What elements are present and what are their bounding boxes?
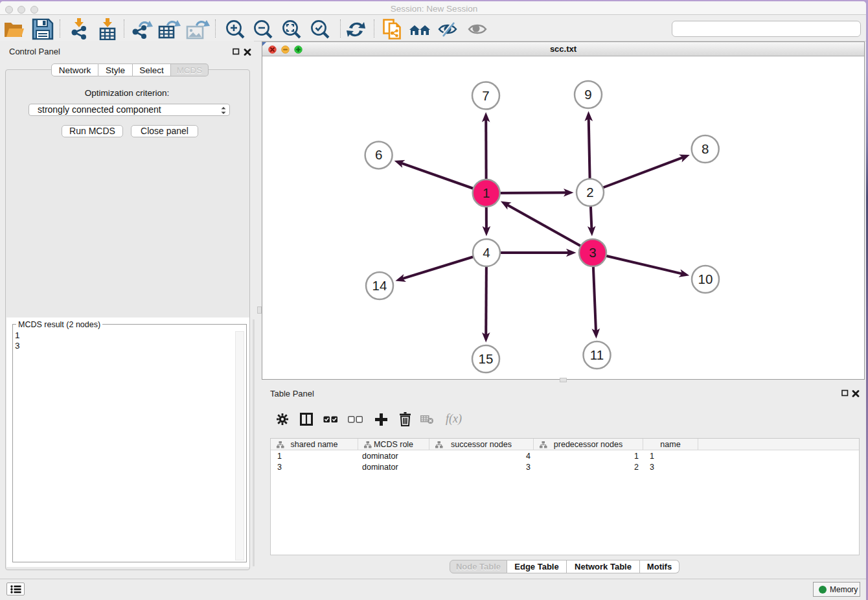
svg-text:2: 2 <box>586 185 593 200</box>
svg-text:3: 3 <box>589 245 596 260</box>
svg-text:14: 14 <box>372 278 387 293</box>
svg-text:7: 7 <box>482 88 489 103</box>
svg-text:4: 4 <box>483 245 490 260</box>
svg-text:15: 15 <box>479 351 494 366</box>
svg-text:11: 11 <box>590 347 604 362</box>
svg-text:1: 1 <box>483 185 490 200</box>
svg-text:6: 6 <box>375 147 382 162</box>
svg-text:10: 10 <box>698 271 713 286</box>
svg-text:9: 9 <box>584 87 591 102</box>
svg-text:8: 8 <box>702 141 709 156</box>
